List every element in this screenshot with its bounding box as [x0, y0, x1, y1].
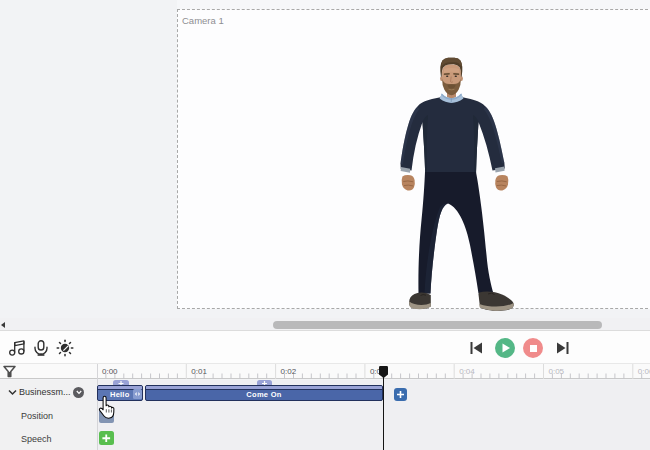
svg-text:0:06: 0:06 [638, 367, 650, 376]
svg-text:0:01: 0:01 [191, 367, 207, 376]
svg-text:0:04: 0:04 [459, 367, 475, 376]
svg-text:0:00: 0:00 [102, 367, 118, 376]
svg-text:0:02: 0:02 [281, 367, 297, 376]
svg-text:0:05: 0:05 [549, 367, 565, 376]
